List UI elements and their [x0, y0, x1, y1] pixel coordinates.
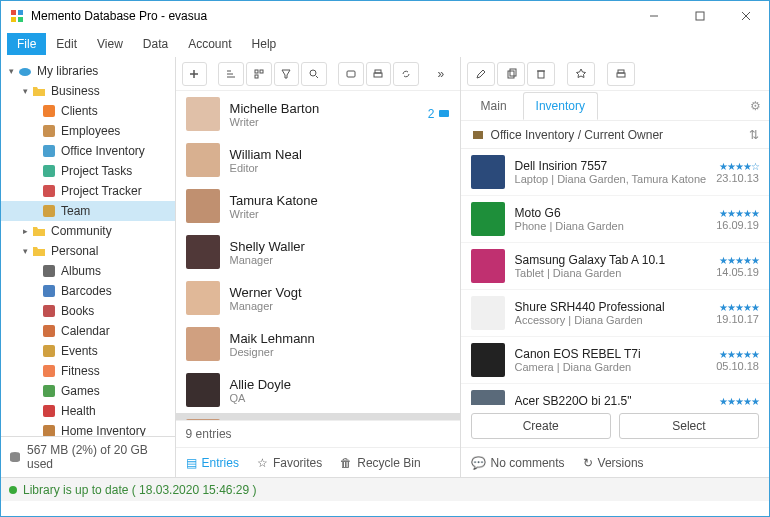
close-button[interactable] [723, 1, 769, 31]
inventory-actions: Create Select [461, 405, 769, 447]
list-item[interactable]: Maik Lehmann Designer [176, 321, 460, 367]
edit-button[interactable] [467, 62, 495, 86]
item-rating: ★★★★☆ [716, 161, 759, 172]
inventory-item[interactable]: Canon EOS REBEL T7i Camera | Diana Garde… [461, 337, 769, 384]
menu-help[interactable]: Help [242, 33, 287, 55]
entry-name: Werner Vogt [230, 285, 450, 300]
copy-button[interactable] [497, 62, 525, 86]
menu-edit[interactable]: Edit [46, 33, 87, 55]
versions-button[interactable]: ↻Versions [583, 456, 644, 470]
menu-account[interactable]: Account [178, 33, 241, 55]
card-button[interactable] [338, 62, 364, 86]
entry-role: Manager [230, 300, 450, 312]
svg-rect-18 [43, 305, 55, 317]
svg-rect-33 [255, 75, 258, 78]
sync-button[interactable] [393, 62, 419, 86]
tree-root[interactable]: ▾ My libraries [1, 61, 175, 81]
entries-toolbar: » [176, 57, 460, 91]
svg-rect-14 [43, 185, 55, 197]
expand-icon: ▸ [19, 226, 31, 236]
tab-recyclebin[interactable]: 🗑Recycle Bin [338, 452, 422, 474]
sort-button[interactable] [218, 62, 244, 86]
sidebar-item-calendar[interactable]: Calendar [1, 321, 175, 341]
main-area: ▾ My libraries ▾ Business Clients Employ… [1, 57, 769, 477]
library-icon [41, 103, 57, 119]
tab-inventory[interactable]: Inventory [523, 92, 598, 120]
delete-button[interactable] [527, 62, 555, 86]
sidebar-item-project tracker[interactable]: Project Tracker [1, 181, 175, 201]
svg-rect-20 [43, 345, 55, 357]
add-button[interactable] [182, 62, 208, 86]
tab-entries[interactable]: ▤Entries [184, 452, 241, 474]
menu-view[interactable]: View [87, 33, 133, 55]
maximize-button[interactable] [677, 1, 723, 31]
list-item[interactable]: Allie Doyle QA [176, 367, 460, 413]
list-item[interactable]: William Neal Editor [176, 137, 460, 183]
tab-favorites[interactable]: ☆Favorites [255, 452, 324, 474]
sidebar-item-clients[interactable]: Clients [1, 101, 175, 121]
inventory-item[interactable]: Dell Insirion 7557 Laptop | Diana Garden… [461, 149, 769, 196]
sidebar-item-project tasks[interactable]: Project Tasks [1, 161, 175, 181]
favorite-button[interactable] [567, 62, 595, 86]
search-button[interactable] [301, 62, 327, 86]
list-item[interactable]: Werner Vogt Manager [176, 275, 460, 321]
select-button[interactable]: Select [619, 413, 759, 439]
more-button[interactable]: » [428, 62, 453, 86]
create-button[interactable]: Create [471, 413, 611, 439]
sidebar-item-home inventory[interactable]: Home Inventory [1, 421, 175, 436]
settings-button[interactable]: ⚙ [750, 99, 761, 113]
inventory-item[interactable]: Moto G6 Phone | Diana Garden ★★★★★ 16.09… [461, 196, 769, 243]
item-sub: Tablet | Diana Garden [515, 267, 707, 279]
print-button[interactable] [366, 62, 392, 86]
svg-rect-22 [43, 385, 55, 397]
tree-folder-community[interactable]: ▸ Community [1, 221, 175, 241]
inventory-item[interactable]: Shure SRH440 Professional Accessory | Di… [461, 290, 769, 337]
item-name: Acer SB220Q bi 21.5" [515, 394, 707, 405]
avatar [186, 189, 220, 223]
sidebar-item-books[interactable]: Books [1, 301, 175, 321]
tree-folder-business[interactable]: ▾ Business [1, 81, 175, 101]
svg-rect-12 [43, 145, 55, 157]
detail-panel: Main Inventory ⚙ Office Inventory / Curr… [461, 57, 769, 477]
sidebar-item-office inventory[interactable]: Office Inventory [1, 141, 175, 161]
sidebar-item-albums[interactable]: Albums [1, 261, 175, 281]
avatar [186, 373, 220, 407]
detail-tabs: Main Inventory ⚙ [461, 91, 769, 121]
list-item[interactable]: Shelly Waller Manager [176, 229, 460, 275]
library-icon [41, 343, 57, 359]
titlebar: Memento Database Pro - evasua [1, 1, 769, 31]
filter-button[interactable] [274, 62, 300, 86]
svg-rect-11 [43, 125, 55, 137]
svg-rect-36 [347, 71, 355, 77]
list-item[interactable]: Tamura Katone Writer [176, 183, 460, 229]
sidebar-item-health[interactable]: Health [1, 401, 175, 421]
print-button[interactable] [607, 62, 635, 86]
comments-button[interactable]: 💬No comments [471, 456, 565, 470]
svg-rect-21 [43, 365, 55, 377]
menu-data[interactable]: Data [133, 33, 178, 55]
avatar [186, 143, 220, 177]
tab-main[interactable]: Main [469, 93, 519, 119]
tree-folder-personal[interactable]: ▾ Personal [1, 241, 175, 261]
sidebar-item-games[interactable]: Games [1, 381, 175, 401]
inventory-item[interactable]: Samsung Galaxy Tab A 10.1 Tablet | Diana… [461, 243, 769, 290]
minimize-button[interactable] [631, 1, 677, 31]
list-item[interactable]: Michelle Barton Writer 2 [176, 91, 460, 137]
sidebar-item-employees[interactable]: Employees [1, 121, 175, 141]
inventory-item[interactable]: Acer SB220Q bi 21.5" Monitor | Diana Gar… [461, 384, 769, 405]
svg-rect-6 [696, 12, 704, 20]
menu-file[interactable]: File [7, 33, 46, 55]
list-item[interactable]: Diana Garden Lawyer [176, 413, 460, 420]
sidebar-item-fitness[interactable]: Fitness [1, 361, 175, 381]
entry-name: Tamura Katone [230, 193, 450, 208]
library-icon [41, 383, 57, 399]
sidebar-item-team[interactable]: Team [1, 201, 175, 221]
sidebar-item-events[interactable]: Events [1, 341, 175, 361]
item-thumb [471, 155, 505, 189]
sort-icon[interactable]: ⇅ [749, 128, 759, 142]
sidebar-item-barcodes[interactable]: Barcodes [1, 281, 175, 301]
group-button[interactable] [246, 62, 272, 86]
library-icon [41, 283, 57, 299]
folder-icon [31, 223, 47, 239]
folder-icon [31, 83, 47, 99]
